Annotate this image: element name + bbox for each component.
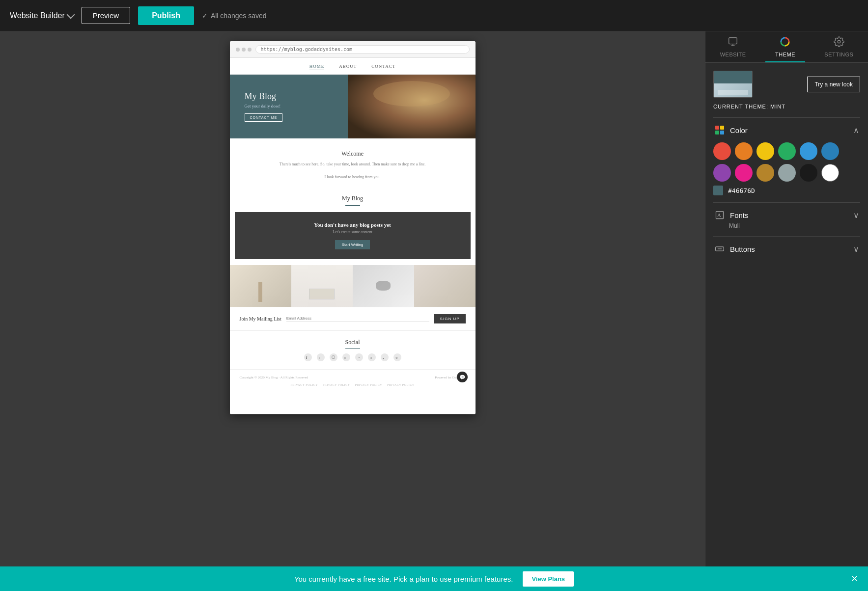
check-icon: ✓: [202, 12, 208, 20]
swatch-blue[interactable]: [821, 142, 839, 160]
svg-text:in: in: [370, 357, 372, 360]
cafe-image: [348, 75, 476, 138]
pinterest-icon[interactable]: p: [342, 353, 350, 361]
svg-rect-2: [332, 356, 335, 359]
swatch-yellow[interactable]: [756, 142, 774, 160]
photo-3: [353, 265, 414, 307]
swatch-pink[interactable]: [735, 164, 753, 182]
chat-bubble[interactable]: [457, 372, 468, 382]
buttons-icon: [714, 243, 725, 254]
browser-dots: [236, 48, 252, 52]
current-theme-prefix: CURRENT THEME:: [713, 104, 768, 109]
welcome-section: Welcome There's much to see here. So, ta…: [230, 138, 476, 190]
nav-contact[interactable]: CONTACT: [371, 64, 395, 70]
theme-tab-label: THEME: [775, 52, 795, 57]
tab-website[interactable]: WEBSITE: [710, 36, 756, 62]
hero-left: My Blog Get your daily dose! CONTACT ME: [230, 75, 348, 138]
swatch-brown[interactable]: [756, 164, 774, 182]
browser-url-bar: https://myblog.godaddysites.com: [255, 45, 470, 54]
blog-heading: My Blog: [230, 195, 476, 202]
website-preview: https://myblog.godaddysites.com HOME ABO…: [230, 41, 476, 414]
facebook-icon[interactable]: f: [304, 353, 312, 361]
close-banner-button[interactable]: ✕: [851, 573, 858, 584]
buttons-section: Buttons ∨: [713, 236, 860, 261]
footer-link-3[interactable]: PRIVACY POLICY: [355, 383, 383, 386]
buttons-title-row: Buttons: [714, 243, 755, 254]
tab-settings[interactable]: SETTINGS: [814, 36, 863, 62]
view-plans-button[interactable]: View Plans: [523, 571, 574, 587]
bottom-banner: You currently have a free site. Pick a p…: [0, 566, 868, 591]
fonts-section-header[interactable]: A Fonts ∨: [713, 210, 860, 220]
photo-4: [414, 265, 476, 307]
swatch-row-1: [713, 142, 860, 160]
fonts-title-row: A Fonts: [714, 210, 749, 220]
no-posts-box: You don't have any blog posts yet Let's …: [235, 212, 471, 259]
share-icon[interactable]: ⊕: [393, 353, 401, 361]
buttons-section-header[interactable]: Buttons ∨: [713, 243, 860, 254]
svg-point-11: [838, 40, 840, 43]
custom-color-hex: #46676D: [728, 187, 755, 194]
site-nav: HOME ABOUT CONTACT: [230, 58, 476, 75]
brand-label: Website Builder: [10, 11, 65, 20]
svg-point-7: [383, 358, 384, 359]
color-section-header[interactable]: Color ∧: [713, 125, 860, 135]
footer-links: PRIVACY POLICY PRIVACY POLICY PRIVACY PO…: [240, 383, 466, 386]
tab-theme[interactable]: THEME: [765, 36, 805, 62]
welcome-heading: Welcome: [259, 150, 446, 158]
svg-rect-9: [729, 38, 737, 44]
hero-right: [348, 75, 476, 138]
footer-top: Copyright © 2020 My Blog · All Rights Re…: [240, 376, 466, 379]
site-hero: My Blog Get your daily dose! CONTACT ME: [230, 75, 476, 138]
swatch-green[interactable]: [778, 142, 796, 160]
linkedin-icon[interactable]: in: [368, 353, 376, 361]
brand-logo[interactable]: Website Builder: [10, 11, 74, 20]
right-panel: WEBSITE THEME: [705, 31, 868, 566]
settings-tab-label: SETTINGS: [824, 52, 853, 57]
hero-subtitle: Get your daily dose!: [245, 104, 281, 108]
preview-button[interactable]: Preview: [82, 7, 130, 24]
saved-text: All changes saved: [211, 12, 267, 20]
swatch-purple[interactable]: [713, 164, 731, 182]
start-writing-button[interactable]: Start Writing: [335, 240, 370, 249]
try-new-look-button[interactable]: Try a new look: [807, 77, 860, 92]
svg-text:A: A: [717, 212, 721, 218]
swatch-red[interactable]: [713, 142, 731, 160]
buttons-expand-icon: ∨: [853, 244, 859, 254]
swatch-white[interactable]: [821, 164, 839, 182]
footer-link-4[interactable]: PRIVACY POLICY: [387, 383, 415, 386]
twitter-icon[interactable]: t: [317, 353, 325, 361]
current-theme-name: MINT: [770, 104, 785, 109]
color-swatches: [713, 142, 860, 182]
canvas-area[interactable]: https://myblog.godaddysites.com HOME ABO…: [0, 31, 705, 566]
social-section: Social f t p: [230, 331, 476, 370]
mailing-title: Join My Mailing List: [240, 316, 281, 322]
swatch-gray[interactable]: [778, 164, 796, 182]
social-heading: Social: [230, 339, 476, 346]
nav-about[interactable]: ABOUT: [339, 64, 357, 70]
panel-tabs: WEBSITE THEME: [705, 31, 868, 63]
svg-text:t: t: [319, 357, 320, 360]
photo-1: [230, 265, 291, 307]
hero-contact-button[interactable]: CONTACT ME: [245, 113, 283, 122]
swatch-black[interactable]: [800, 164, 817, 182]
instagram-icon[interactable]: [330, 353, 337, 361]
welcome-text: There's much to see here. So, take your …: [259, 161, 446, 180]
social-icons: f t p in: [230, 353, 476, 361]
footer-link-2[interactable]: PRIVACY POLICY: [323, 383, 350, 386]
copyright-text: Copyright © 2020 My Blog · All Rights Re…: [240, 376, 308, 379]
publish-button[interactable]: Publish: [138, 6, 194, 25]
fonts-section: A Fonts ∨ Muli: [713, 202, 860, 236]
footer-link-1[interactable]: PRIVACY POLICY: [290, 383, 318, 386]
brand-chevron-icon: [66, 11, 75, 19]
color-title-row: Color: [714, 125, 748, 135]
signup-button[interactable]: SIGN UP: [434, 314, 466, 323]
swatch-orange[interactable]: [735, 142, 753, 160]
youtube-icon[interactable]: [355, 353, 363, 361]
custom-color-row[interactable]: #46676D: [713, 186, 860, 195]
rss-icon[interactable]: [381, 353, 389, 361]
color-grid-icon: [714, 125, 725, 135]
swatch-light-blue[interactable]: [800, 142, 817, 160]
email-input[interactable]: [286, 315, 429, 322]
browser-chrome: https://myblog.godaddysites.com: [230, 41, 476, 58]
nav-home[interactable]: HOME: [309, 64, 325, 70]
